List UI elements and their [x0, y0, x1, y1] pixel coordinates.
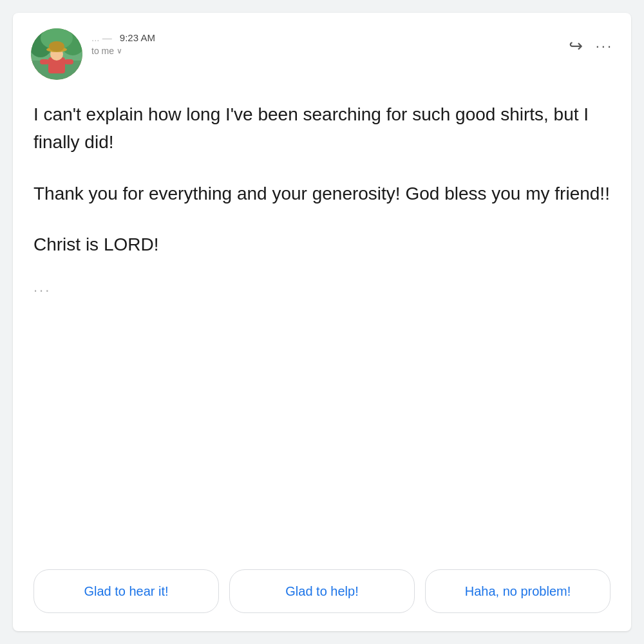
sender-info: ... — 9:23 AM to me ∨: [91, 28, 155, 56]
quick-reply-haha-no-problem[interactable]: Haha, no problem!: [425, 569, 611, 613]
sender-name: ... —: [91, 32, 115, 43]
timestamp: 9:23 AM: [120, 32, 155, 43]
svg-rect-9: [40, 59, 49, 64]
chevron-down-icon: ∨: [117, 46, 122, 55]
email-paragraph-2: Thank you for everything and your genero…: [33, 180, 611, 207]
avatar: [31, 28, 82, 80]
svg-rect-10: [64, 59, 73, 64]
email-text-3: Christ is LORD!: [33, 231, 611, 258]
sender-name-row: ... — 9:23 AM: [91, 32, 155, 43]
quick-reply-glad-to-help[interactable]: Glad to help!: [229, 569, 415, 613]
email-more-ellipsis[interactable]: ···: [33, 282, 611, 299]
email-text-2: Thank you for everything and your genero…: [33, 180, 611, 207]
more-options-icon[interactable]: ···: [596, 38, 613, 55]
avatar-image: [31, 28, 82, 80]
quick-reply-glad-to-hear[interactable]: Glad to hear it!: [33, 569, 219, 613]
email-paragraph-1: I can't explain how long I've been searc…: [33, 100, 611, 156]
reply-icon[interactable]: ↩: [569, 36, 583, 56]
email-body: I can't explain how long I've been searc…: [31, 100, 613, 569]
svg-point-8: [49, 41, 64, 52]
quick-replies-container: Glad to hear it! Glad to help! Haha, no …: [31, 569, 613, 613]
email-paragraph-3: Christ is LORD!: [33, 231, 611, 258]
to-me-text: to me: [91, 46, 114, 56]
header-left: ... — 9:23 AM to me ∨: [31, 28, 155, 80]
email-card: ... — 9:23 AM to me ∨ ↩ ··· I can't expl…: [13, 13, 631, 631]
header-actions: ↩ ···: [569, 28, 613, 56]
email-text-1: I can't explain how long I've been searc…: [33, 100, 611, 156]
email-header: ... — 9:23 AM to me ∨ ↩ ···: [31, 28, 613, 80]
to-me-label[interactable]: to me ∨: [91, 46, 155, 56]
